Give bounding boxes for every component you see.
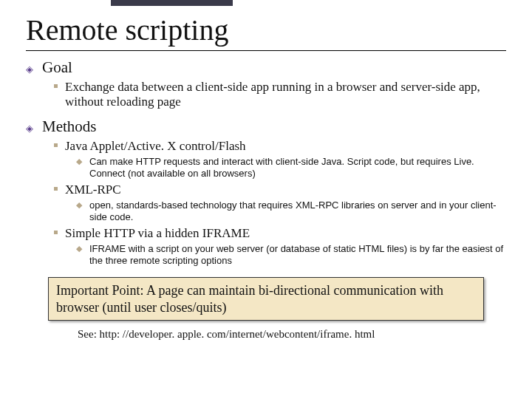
method-item: Simple HTTP via a hidden IFRAME bbox=[54, 226, 506, 241]
method-label: XML-RPC bbox=[65, 183, 121, 197]
section-label: Goal bbox=[42, 58, 72, 77]
section-label: Methods bbox=[42, 117, 97, 136]
square-bullet-icon bbox=[54, 84, 58, 88]
method-detail-text: IFRAME with a script on your web server … bbox=[89, 243, 506, 267]
section-methods: ◈ Methods bbox=[26, 117, 506, 136]
reference-line: See: http: //developer. apple. com/inter… bbox=[78, 328, 506, 341]
small-diamond-bullet-icon: ◆ bbox=[76, 200, 83, 210]
method-item: Java Applet/Active. X control/Flash bbox=[54, 139, 506, 154]
square-bullet-icon bbox=[54, 143, 58, 147]
method-label: Simple HTTP via a hidden IFRAME bbox=[65, 226, 250, 241]
method-detail: ◆ Can make HTTP requests and interact wi… bbox=[76, 156, 506, 180]
callout-text: Important Point: A page can maintain bi-… bbox=[56, 282, 476, 316]
method-item: XML-RPC bbox=[54, 183, 506, 197]
method-label: Java Applet/Active. X control/Flash bbox=[65, 139, 246, 154]
title-container: Remote scripting bbox=[26, 15, 506, 51]
slide: Remote scripting ◈ Goal Exchange data be… bbox=[0, 0, 532, 399]
method-detail-text: open, standards-based technology that re… bbox=[89, 200, 506, 224]
section-goal: ◈ Goal bbox=[26, 58, 506, 77]
goal-item: Exchange data between a client-side app … bbox=[54, 80, 506, 110]
small-diamond-bullet-icon: ◆ bbox=[76, 243, 83, 253]
square-bullet-icon bbox=[54, 187, 58, 191]
method-detail: ◆ open, standards-based technology that … bbox=[76, 200, 506, 224]
diamond-bullet-icon: ◈ bbox=[26, 64, 36, 75]
goal-text: Exchange data between a client-side app … bbox=[65, 80, 506, 110]
small-diamond-bullet-icon: ◆ bbox=[76, 156, 83, 166]
diamond-bullet-icon: ◈ bbox=[26, 123, 36, 134]
slide-title: Remote scripting bbox=[26, 15, 506, 46]
method-detail: ◆ IFRAME with a script on your web serve… bbox=[76, 243, 506, 267]
method-detail-text: Can make HTTP requests and interact with… bbox=[89, 156, 506, 180]
decorative-top-bar bbox=[111, 0, 233, 6]
square-bullet-icon bbox=[54, 231, 58, 234]
important-callout: Important Point: A page can maintain bi-… bbox=[48, 277, 484, 321]
